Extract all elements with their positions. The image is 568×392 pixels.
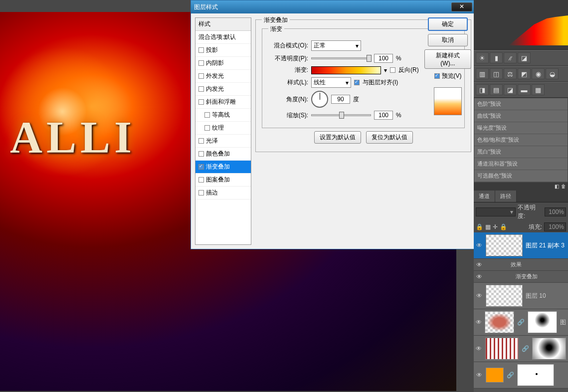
reset-default-button[interactable]: 复位为默认值 <box>366 131 413 144</box>
preset-bw[interactable]: 黑白"预设 <box>474 146 568 158</box>
styles-header[interactable]: 样式 <box>195 18 251 31</box>
scale-slider[interactable] <box>311 114 371 116</box>
layer-row-1[interactable]: 👁 图层 21 副本 3 <box>474 232 568 259</box>
checkbox-icon[interactable] <box>198 60 204 66</box>
checkbox-icon[interactable] <box>198 164 204 170</box>
satin-item[interactable]: 光泽 <box>195 135 251 148</box>
layer-mask[interactable] <box>532 338 566 360</box>
layer-thumbnail[interactable] <box>486 285 523 307</box>
posterize-icon[interactable]: ▤ <box>490 84 503 95</box>
layer-opacity-input[interactable]: 100% <box>545 207 566 216</box>
pattern-overlay-item[interactable]: 图案叠加 <box>195 174 251 187</box>
brightness-icon[interactable]: ☀ <box>476 52 489 63</box>
preset-curves[interactable]: 曲线"预设 <box>474 110 568 122</box>
inner-glow-item[interactable]: 内发光 <box>195 83 251 96</box>
preset-mixer[interactable]: 通道混和器"预设 <box>474 158 568 170</box>
layer-row-4[interactable]: 👁 🔗 <box>474 336 568 362</box>
layer-row-2[interactable]: 👁 图层 10 <box>474 283 568 309</box>
selective-icon[interactable]: ▦ <box>532 84 545 95</box>
preset-hue[interactable]: 色相/饱和度"预设 <box>474 134 568 146</box>
preview-checkbox[interactable] <box>434 73 440 79</box>
panel-menu-icon[interactable]: ◧ <box>555 184 559 190</box>
preset-selective[interactable]: 可选颜色"预设 <box>474 170 568 182</box>
checkbox-icon[interactable] <box>198 99 204 105</box>
checkbox-icon[interactable] <box>198 73 204 79</box>
bw-icon[interactable]: ◩ <box>518 68 531 79</box>
checkbox-icon[interactable] <box>198 177 204 183</box>
curves-icon[interactable]: ⫽ <box>504 52 517 63</box>
checkbox-icon[interactable] <box>198 47 204 53</box>
levels-icon[interactable]: ▮ <box>490 52 503 63</box>
layer-fill-input[interactable]: 100% <box>544 222 566 231</box>
checkbox-icon[interactable] <box>204 112 210 118</box>
scale-input[interactable] <box>374 111 393 120</box>
blend-mode-select[interactable]: 正常▾ <box>311 40 361 51</box>
inner-shadow-item[interactable]: 内阴影 <box>195 57 251 70</box>
channels-tab[interactable]: 通道 <box>474 191 495 202</box>
layer-thumbnail[interactable] <box>485 338 519 360</box>
reverse-checkbox[interactable] <box>390 67 395 73</box>
gradient-overlay-item[interactable]: 渐变叠加 <box>195 161 251 174</box>
link-icon[interactable]: 🔗 <box>507 372 514 379</box>
ok-button[interactable]: 确定 <box>428 17 468 31</box>
angle-dial[interactable] <box>311 91 328 108</box>
checkbox-icon[interactable] <box>198 86 204 92</box>
hue-icon[interactable]: ◫ <box>490 68 503 79</box>
layer-name[interactable]: 图 <box>560 318 566 327</box>
balance-icon[interactable]: ⚖ <box>504 68 517 79</box>
checkbox-icon[interactable] <box>204 125 210 131</box>
exposure-icon[interactable]: ◪ <box>518 52 531 63</box>
new-style-button[interactable]: 新建样式(W)... <box>424 49 471 69</box>
checkbox-icon[interactable] <box>198 151 204 157</box>
threshold-icon[interactable]: ◪ <box>504 84 517 95</box>
paths-tab[interactable]: 路径 <box>495 191 517 202</box>
trash-icon[interactable]: 🗑 <box>561 184 566 190</box>
close-button[interactable]: ✕ <box>451 2 472 11</box>
layer-mask[interactable] <box>517 364 554 386</box>
layer-mask[interactable] <box>528 311 557 333</box>
lock-all-icon[interactable]: 🔒 <box>500 223 507 230</box>
align-checkbox[interactable] <box>354 80 360 85</box>
fx-row[interactable]: 👁 效果 <box>474 259 568 271</box>
mixer-icon[interactable]: ◒ <box>546 68 559 79</box>
vibrance-icon[interactable]: ▥ <box>476 68 489 79</box>
cancel-button[interactable]: 取消 <box>428 34 468 46</box>
outer-glow-item[interactable]: 外发光 <box>195 70 251 83</box>
angle-input[interactable] <box>331 95 350 104</box>
style-select[interactable]: 线性▾ <box>311 77 351 88</box>
opacity-slider[interactable] <box>311 57 371 59</box>
layer-thumbnail[interactable] <box>486 234 523 256</box>
gradient-picker[interactable] <box>311 66 381 74</box>
texture-item[interactable]: 纹理 <box>195 122 251 135</box>
layer-name[interactable]: 图层 10 <box>526 292 546 300</box>
visibility-icon[interactable]: 👁 <box>476 372 483 379</box>
color-overlay-item[interactable]: 颜色叠加 <box>195 148 251 161</box>
drop-shadow-item[interactable]: 投影 <box>195 44 251 57</box>
link-icon[interactable]: 🔗 <box>517 319 525 326</box>
visibility-icon[interactable]: 👁 <box>476 242 483 249</box>
visibility-icon[interactable]: 👁 <box>476 292 483 299</box>
chevron-down-icon[interactable]: ▾ <box>384 67 387 74</box>
checkbox-icon[interactable] <box>198 190 204 196</box>
blend-mode-layers[interactable]: ▾ <box>476 207 516 216</box>
lock-position-icon[interactable]: ✛ <box>493 223 498 230</box>
layer-name[interactable]: 图层 21 副本 3 <box>526 241 565 250</box>
photo-filter-icon[interactable]: ◉ <box>532 68 545 79</box>
gradient-map-icon[interactable]: ▬ <box>518 84 531 95</box>
fx-item-row[interactable]: 👁 渐变叠加 <box>474 271 568 283</box>
bevel-item[interactable]: 斜面和浮雕 <box>195 96 251 109</box>
preset-exposure[interactable]: 曝光度"预设 <box>474 122 568 134</box>
lock-icon[interactable]: 🔒 <box>476 223 483 230</box>
set-default-button[interactable]: 设置为默认值 <box>314 131 361 144</box>
stroke-item[interactable]: 描边 <box>195 187 251 199</box>
visibility-icon[interactable]: 👁 <box>476 273 483 280</box>
visibility-icon[interactable]: 👁 <box>476 345 482 352</box>
invert-icon[interactable]: ◨ <box>476 84 489 95</box>
visibility-icon[interactable]: 👁 <box>476 261 483 268</box>
layer-row-3[interactable]: 👁 🔗 图 <box>474 309 568 336</box>
blend-options-item[interactable]: 混合选项:默认 <box>195 31 251 44</box>
lock-pixels-icon[interactable]: ▦ <box>485 223 491 230</box>
link-icon[interactable]: 🔗 <box>522 345 529 352</box>
layer-row-5[interactable]: 👁 🔗 <box>474 362 568 389</box>
layer-thumbnail[interactable] <box>486 368 504 383</box>
